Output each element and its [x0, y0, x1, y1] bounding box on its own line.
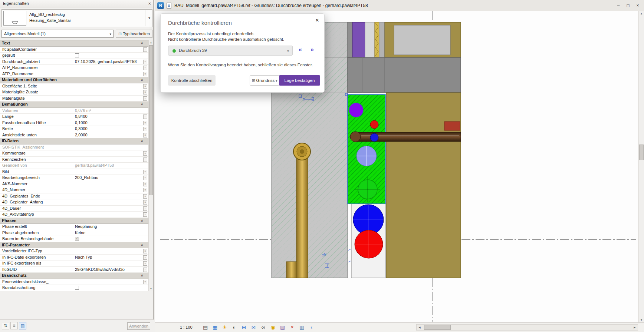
section-header-text[interactable]: Text∧: [0, 40, 148, 47]
collapse-icon[interactable]: ∧: [141, 219, 143, 222]
scroll-up-icon[interactable]: ▲: [639, 11, 644, 16]
chevron-down-icon[interactable]: ▾: [148, 16, 150, 20]
checkbox[interactable]: [75, 286, 79, 290]
crop-view-icon[interactable]: ⊞: [241, 324, 247, 331]
view-mode-button[interactable]: ⊞Grundriss▾: [250, 75, 279, 86]
property-value[interactable]: [73, 260, 141, 266]
wall-assembly-top[interactable]: [348, 22, 461, 57]
temporary-view-properties-icon[interactable]: ▧: [279, 324, 286, 331]
brown-pipe[interactable]: [350, 132, 461, 142]
associate-parameter-button[interactable]: =: [143, 280, 147, 284]
associate-parameter-button[interactable]: =: [143, 212, 147, 217]
associate-parameter-button[interactable]: =: [143, 194, 147, 199]
property-value[interactable]: [73, 89, 141, 95]
durchbruch-select[interactable]: Durchbruch 39 ▾: [168, 46, 293, 56]
edit-type-button[interactable]: ⊞Typ bearbeiten: [116, 30, 152, 38]
property-value[interactable]: 29iG4hKD18tw8azVvdrB3o: [73, 267, 141, 273]
titlebar[interactable]: R BAU_Modell_gerhard.pawlat4PT58.rvt - G…: [155, 0, 644, 11]
associate-parameter-button[interactable]: =: [143, 249, 147, 253]
associate-parameter-button[interactable]: =: [143, 66, 147, 70]
sort-ascending-icon[interactable]: ⇅: [2, 322, 9, 329]
associate-parameter-button[interactable]: =: [143, 206, 147, 211]
property-value[interactable]: [73, 53, 141, 59]
property-value[interactable]: [73, 279, 141, 285]
visual-style-icon[interactable]: ▦: [212, 324, 218, 331]
property-value[interactable]: [73, 236, 141, 242]
property-value[interactable]: [73, 83, 141, 89]
section-header-ifc-parameter[interactable]: IFC-Parameter∧: [0, 242, 148, 249]
property-value[interactable]: [73, 71, 141, 77]
next-durchbruch-button[interactable]: »: [310, 46, 314, 53]
properties-panel-header[interactable]: Eigenschaften ×: [0, 0, 153, 7]
collapse-icon[interactable]: ∧: [141, 273, 143, 277]
property-value[interactable]: [73, 157, 141, 163]
apply-button[interactable]: Anwenden: [127, 322, 150, 330]
temporary-hide-isolate-icon[interactable]: ∞: [260, 324, 266, 331]
property-value[interactable]: Nach Typ: [73, 255, 141, 260]
collapse-icon[interactable]: ∧: [141, 78, 143, 82]
associate-parameter-button[interactable]: =: [143, 90, 147, 94]
element-filter-combo[interactable]: Allgemeines Modell (1) ▾: [1, 30, 114, 38]
property-value[interactable]: [73, 150, 141, 156]
property-value[interactable]: [73, 285, 141, 291]
associate-parameter-button[interactable]: =: [143, 157, 147, 162]
property-value[interactable]: [73, 248, 141, 254]
associate-parameter-button[interactable]: =: [143, 261, 147, 266]
group-sections-icon[interactable]: ▤: [19, 322, 26, 329]
shadows-icon[interactable]: ◐: [231, 324, 237, 331]
horizontal-scrollbar[interactable]: ◀ ▶: [416, 324, 638, 331]
sort-parameters-icon[interactable]: ≡: [10, 322, 18, 329]
section-header-bemaßungen[interactable]: Bemaßungen∧: [0, 102, 148, 108]
property-value[interactable]: 200_Rohbau: [73, 175, 141, 181]
associate-parameter-button[interactable]: =: [143, 72, 147, 76]
close-icon[interactable]: ×: [148, 1, 151, 6]
property-value[interactable]: [73, 169, 141, 175]
collapse-icon[interactable]: ∧: [141, 139, 143, 143]
type-selector[interactable]: Allg_BD_rechteckig Heizung_Kälte_Sanitär…: [1, 9, 152, 27]
property-value[interactable]: [73, 96, 141, 102]
section-header-phasen[interactable]: Phasen∧: [0, 218, 148, 224]
property-value[interactable]: 0,1000: [73, 120, 141, 126]
previous-durchbruch-button[interactable]: «: [299, 46, 302, 53]
collapse-icon[interactable]: ∧: [141, 102, 143, 106]
associate-parameter-button[interactable]: =: [143, 133, 147, 137]
property-value[interactable]: [73, 206, 141, 212]
purple-pipe[interactable]: [349, 103, 363, 117]
property-value[interactable]: 2,0000: [73, 132, 141, 138]
section-header-brandschutz[interactable]: Brandschutz∧: [0, 273, 148, 279]
maximize-button[interactable]: □: [623, 0, 633, 11]
minimize-button[interactable]: –: [614, 0, 623, 11]
reveal-constraints-icon[interactable]: ×: [289, 324, 295, 331]
blue-valve[interactable]: [370, 133, 378, 142]
red-pipe-large[interactable]: [355, 230, 383, 258]
scrollbar-thumb[interactable]: [424, 325, 451, 330]
associate-parameter-button[interactable]: =: [143, 96, 147, 101]
properties-scrollbar[interactable]: ▲ ▼: [148, 40, 153, 291]
collapse-icon[interactable]: ∧: [141, 41, 143, 45]
scroll-down-icon[interactable]: ▼: [639, 318, 644, 322]
property-value[interactable]: [73, 212, 141, 218]
property-value[interactable]: [73, 199, 141, 205]
scrollbar-thumb[interactable]: [639, 145, 644, 160]
associate-parameter-button[interactable]: =: [143, 268, 147, 272]
associate-parameter-button[interactable]: =: [143, 84, 147, 89]
sun-path-icon[interactable]: ☀: [221, 324, 228, 331]
property-value[interactable]: Neuplanung: [73, 224, 141, 230]
associate-parameter-button[interactable]: =: [143, 182, 147, 186]
checkbox[interactable]: [75, 53, 79, 57]
associate-parameter-button[interactable]: =: [143, 255, 147, 260]
associate-parameter-button[interactable]: =: [143, 188, 147, 192]
small-red-pipe[interactable]: [370, 120, 378, 129]
property-value[interactable]: [73, 181, 141, 187]
associate-parameter-button[interactable]: =: [143, 127, 147, 131]
scroll-left-icon[interactable]: ◀: [417, 325, 422, 330]
associate-parameter-button[interactable]: =: [143, 151, 147, 156]
associate-parameter-button[interactable]: =: [143, 200, 147, 205]
scroll-up-icon[interactable]: ▲: [149, 40, 153, 45]
section-header-id-daten[interactable]: ID-Daten∧: [0, 138, 148, 145]
property-value[interactable]: 0,8400: [73, 114, 141, 120]
scroll-right-icon[interactable]: ▶: [632, 325, 637, 330]
finish-control-button[interactable]: Kontrolle abschließen: [168, 75, 216, 86]
masonry-wall[interactable]: [386, 93, 461, 278]
worksharing-display-icon[interactable]: ▥: [299, 324, 305, 331]
